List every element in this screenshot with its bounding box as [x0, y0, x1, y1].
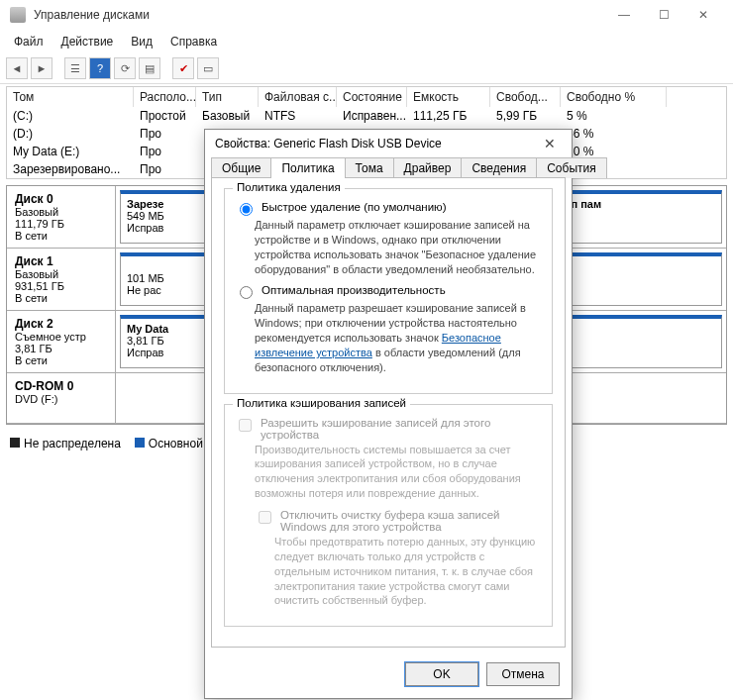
enable-write-cache-checkbox: [239, 419, 252, 432]
forward-icon[interactable]: ►: [31, 57, 52, 79]
col-capacity[interactable]: Емкость: [407, 87, 490, 107]
swatch-primary: [135, 438, 145, 448]
quick-removal-desc: Данный параметр отключает кэширование за…: [255, 218, 542, 276]
back-icon[interactable]: ◄: [6, 57, 28, 79]
properties-dialog: Свойства: Generic Flash Disk USB Device …: [204, 129, 573, 699]
check-icon[interactable]: ✔: [172, 57, 194, 79]
title-bar: Управление дисками — ☐ ✕: [0, 0, 733, 30]
col-layout[interactable]: Располо...: [134, 87, 196, 107]
tab-Общие[interactable]: Общие: [211, 157, 271, 178]
disable-flush-label: Отключить очистку буфера кэша записей Wi…: [280, 509, 542, 533]
dialog-title: Свойства: Generic Flash Disk USB Device: [215, 137, 538, 150]
minimize-button[interactable]: —: [604, 4, 644, 26]
list-icon[interactable]: ▤: [139, 57, 160, 79]
dialog-tabs: ОбщиеПолитикаТомаДрайверСведенияСобытия: [211, 157, 566, 178]
quick-removal-label: Быстрое удаление (по умолчанию): [262, 201, 447, 213]
ok-button[interactable]: OK: [405, 662, 478, 686]
better-performance-radio[interactable]: [240, 286, 253, 299]
menu-action[interactable]: Действие: [53, 32, 122, 51]
help-icon[interactable]: ?: [89, 57, 111, 79]
col-fs[interactable]: Файловая с...: [259, 87, 337, 107]
window-title: Управление дисками: [34, 8, 604, 22]
swatch-unallocated: [10, 438, 20, 448]
better-performance-label: Оптимальная производительность: [262, 284, 446, 296]
page-icon[interactable]: ▭: [197, 57, 219, 79]
disable-flush-checkbox: [259, 511, 271, 524]
dialog-close-icon[interactable]: ✕: [538, 136, 562, 151]
menu-help[interactable]: Справка: [162, 32, 225, 51]
better-performance-desc: Данный параметр разрешает кэширование за…: [255, 301, 542, 374]
col-volume[interactable]: Том: [7, 87, 134, 107]
app-icon: [10, 7, 26, 23]
tab-Тома[interactable]: Тома: [345, 157, 394, 178]
enable-write-cache-label: Разрешить кэширование записей для этого …: [261, 417, 542, 441]
toolbar: ◄ ► ☰ ? ⟳ ▤ ✔ ▭: [0, 53, 733, 84]
col-status[interactable]: Состояние: [337, 87, 407, 107]
table-row[interactable]: (C:)ПростойБазовыйNTFSИсправен...111,25 …: [7, 107, 726, 125]
col-freepct[interactable]: Свободно %: [561, 87, 667, 107]
quick-removal-radio[interactable]: [240, 203, 253, 216]
maximize-button[interactable]: ☐: [644, 4, 683, 26]
menu-view[interactable]: Вид: [123, 32, 160, 51]
col-free[interactable]: Свобод...: [490, 87, 561, 107]
menu-bar: Файл Действие Вид Справка: [0, 30, 733, 53]
removal-policy-group: Политика удаления Быстрое удаление (по у…: [224, 188, 553, 394]
grid-icon[interactable]: ☰: [64, 57, 86, 79]
refresh-icon[interactable]: ⟳: [114, 57, 136, 79]
close-button[interactable]: ✕: [683, 4, 723, 26]
tab-Политика[interactable]: Политика: [270, 157, 345, 178]
write-caching-group: Политика кэширования записей Разрешить к…: [224, 404, 553, 628]
tab-События[interactable]: События: [536, 157, 607, 178]
tab-Сведения[interactable]: Сведения: [461, 157, 537, 178]
enable-write-cache-desc: Производительность системы повышается за…: [255, 443, 542, 501]
cancel-button[interactable]: Отмена: [486, 662, 560, 686]
tab-Драйвер[interactable]: Драйвер: [393, 157, 463, 178]
menu-file[interactable]: Файл: [6, 32, 52, 51]
col-type[interactable]: Тип: [196, 87, 259, 107]
disable-flush-desc: Чтобы предотвратить потерю данных, эту ф…: [274, 535, 542, 608]
